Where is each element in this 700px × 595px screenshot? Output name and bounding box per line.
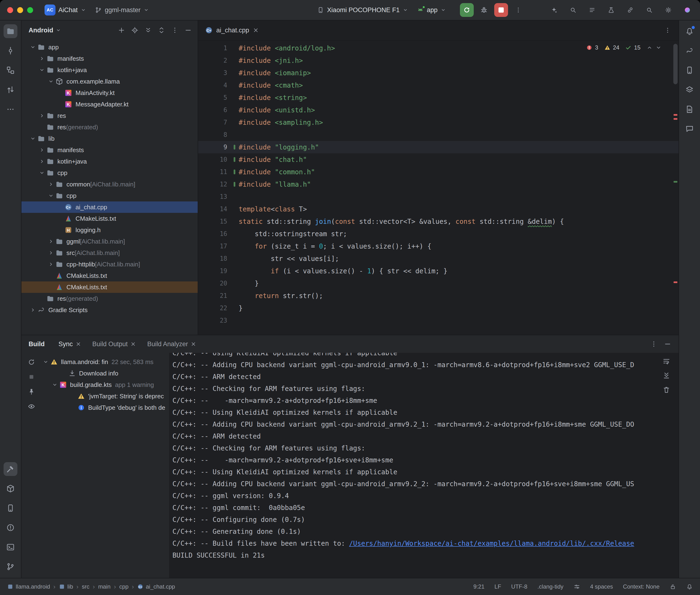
line-number[interactable]: 7 bbox=[198, 119, 239, 126]
search-everywhere-button[interactable] bbox=[643, 4, 655, 16]
chevron-right-icon[interactable] bbox=[29, 306, 37, 314]
code-line-19[interactable]: 19 if (i < values.size() - 1) { str << d… bbox=[198, 265, 678, 277]
code-line-6[interactable]: 6#include <unistd.h> bbox=[198, 104, 678, 116]
problems-tool-button[interactable] bbox=[4, 521, 18, 535]
tree-item-logging-h[interactable]: Hlogging.h bbox=[22, 224, 198, 236]
notifications-tool-button[interactable] bbox=[682, 24, 696, 38]
tree-item-kotlin-java[interactable]: kotlin+java bbox=[22, 64, 198, 76]
chevron-right-icon[interactable] bbox=[47, 249, 55, 257]
chevron-down-icon[interactable] bbox=[29, 135, 37, 142]
code-line-9[interactable]: 9#include "logging.h" bbox=[198, 141, 678, 153]
tree-item-res-generated[interactable]: res (generated) bbox=[22, 293, 198, 304]
chevron-right-icon[interactable] bbox=[47, 180, 55, 188]
build-tree-item-buildtype-debug-is-both-de[interactable]: BuildType 'debug' is both de bbox=[41, 402, 169, 413]
search-replace-button[interactable] bbox=[567, 4, 579, 16]
code-line-23[interactable]: 23 bbox=[198, 314, 678, 327]
breadcrumb-item-llama-android[interactable]: llama.android bbox=[7, 583, 50, 590]
editor-options-button[interactable] bbox=[662, 25, 673, 35]
re-sync-icon[interactable] bbox=[27, 358, 35, 366]
line-number[interactable]: 3 bbox=[198, 69, 239, 77]
clang-tidy-widget[interactable]: .clang-tidy bbox=[537, 583, 563, 590]
build-tree-item-jvmtarget-string-is-deprec[interactable]: 'jvmTarget: String' is deprec bbox=[41, 391, 169, 402]
chevron-down-icon[interactable] bbox=[47, 192, 55, 200]
previous-problem-icon[interactable] bbox=[646, 44, 653, 51]
line-number[interactable]: 14 bbox=[198, 205, 239, 213]
pull-requests-tool-button[interactable] bbox=[4, 83, 18, 97]
line-number[interactable]: 5 bbox=[198, 94, 239, 101]
run-configuration-selector[interactable]: app bbox=[413, 4, 450, 16]
error-stripe-mark[interactable] bbox=[674, 114, 677, 116]
code-line-12[interactable]: 12#include "llama.h" bbox=[198, 178, 678, 191]
tree-item-ggml-aichat-lib-main[interactable]: ggml [AiChat.lib.main] bbox=[22, 236, 198, 247]
device-explorer-tool-button[interactable] bbox=[4, 501, 18, 515]
account-button[interactable] bbox=[681, 4, 693, 16]
project-tool-button[interactable] bbox=[4, 24, 18, 38]
chevron-down-icon[interactable] bbox=[38, 169, 46, 177]
close-tab-icon[interactable] bbox=[252, 27, 259, 34]
chevron-right-icon[interactable] bbox=[47, 237, 55, 245]
vcs-change-marker[interactable] bbox=[234, 157, 235, 162]
code-line-10[interactable]: 10#include "chat.h" bbox=[198, 153, 678, 166]
code-line-16[interactable]: 16 std::ostringstream str; bbox=[198, 228, 678, 240]
code-line-2[interactable]: 2#include <jni.h> bbox=[198, 54, 678, 67]
pin-tab-icon[interactable] bbox=[27, 388, 35, 396]
code-line-5[interactable]: 5#include <string> bbox=[198, 91, 678, 104]
tree-item-cmakelists-txt[interactable]: CMakeLists.txt bbox=[22, 213, 198, 224]
tree-item-cpp-httplib-aichat-lib-main[interactable]: cpp-httplib [AiChat.lib.main] bbox=[22, 259, 198, 270]
chevron-right-icon[interactable] bbox=[38, 112, 46, 119]
gradle-tool-button[interactable] bbox=[682, 44, 696, 58]
version-control-tool-button[interactable] bbox=[4, 560, 18, 573]
hide-panel-icon[interactable] bbox=[664, 340, 671, 348]
close-tab-icon[interactable] bbox=[190, 341, 196, 347]
add-icon[interactable] bbox=[118, 26, 125, 34]
chevron-down-icon[interactable] bbox=[47, 78, 55, 85]
commit-tool-button[interactable] bbox=[4, 44, 18, 58]
line-separator-widget[interactable]: LF bbox=[495, 583, 501, 590]
next-problem-icon[interactable] bbox=[655, 44, 662, 51]
stop-build-icon[interactable] bbox=[27, 373, 35, 381]
chevron-down-icon[interactable] bbox=[41, 358, 50, 366]
scrollbar-thumb[interactable] bbox=[673, 44, 678, 84]
collapse-all-icon[interactable] bbox=[158, 26, 165, 34]
terminal-tool-button[interactable] bbox=[4, 540, 18, 554]
close-tab-icon[interactable] bbox=[130, 341, 136, 347]
line-number[interactable]: 16 bbox=[198, 230, 239, 237]
close-window-button[interactable] bbox=[7, 7, 13, 13]
build-tab-sync[interactable]: Sync bbox=[55, 339, 85, 350]
device-manager-tool-button[interactable] bbox=[682, 63, 696, 77]
code-style-widget[interactable] bbox=[573, 583, 580, 590]
code-line-13[interactable]: 13 bbox=[198, 191, 678, 203]
warning-count[interactable]: 24 bbox=[613, 44, 619, 51]
resource-context-widget[interactable]: Context: None bbox=[623, 583, 660, 590]
task-list-button[interactable] bbox=[586, 4, 598, 16]
tree-item-app[interactable]: app bbox=[22, 41, 198, 53]
tree-item-messageadapter-kt[interactable]: KMessageAdapter.kt bbox=[22, 98, 198, 110]
line-number[interactable]: 18 bbox=[198, 255, 239, 262]
panel-options-icon[interactable] bbox=[171, 26, 179, 34]
run-more-options-button[interactable] bbox=[511, 3, 525, 17]
build-tree-item-download-info[interactable]: Download info bbox=[41, 368, 169, 379]
vcs-change-marker[interactable] bbox=[234, 182, 235, 187]
minimize-window-button[interactable] bbox=[17, 7, 23, 13]
dependencies-tool-button[interactable] bbox=[4, 482, 18, 495]
soft-wrap-icon[interactable] bbox=[662, 357, 670, 365]
code-with-me-button[interactable] bbox=[624, 4, 636, 16]
code-line-3[interactable]: 3#include <iomanip> bbox=[198, 67, 678, 79]
line-number[interactable]: 6 bbox=[198, 107, 239, 114]
tree-item-cmakelists-txt[interactable]: CMakeLists.txt bbox=[22, 281, 198, 293]
editor-tab-ai-chat-cpp[interactable]: C+ ai_chat.cpp bbox=[198, 21, 266, 40]
line-number[interactable]: 1 bbox=[198, 45, 239, 52]
code-line-22[interactable]: 22} bbox=[198, 302, 678, 314]
line-number[interactable]: 23 bbox=[198, 317, 239, 324]
tree-item-lib[interactable]: lib bbox=[22, 133, 198, 144]
tree-item-com-example-llama[interactable]: com.example.llama bbox=[22, 76, 198, 87]
tree-item-res[interactable]: res bbox=[22, 110, 198, 121]
line-number[interactable]: 2 bbox=[198, 57, 239, 64]
tree-item-gradle-scripts[interactable]: Gradle Scripts bbox=[22, 304, 198, 316]
chevron-right-icon[interactable] bbox=[38, 158, 46, 165]
tree-item-res-generated[interactable]: res (generated) bbox=[22, 121, 198, 133]
profiler-button[interactable] bbox=[605, 4, 617, 16]
passed-count[interactable]: 15 bbox=[634, 44, 640, 51]
structure-tool-button[interactable] bbox=[4, 63, 18, 77]
tree-item-cpp[interactable]: cpp bbox=[22, 190, 198, 201]
